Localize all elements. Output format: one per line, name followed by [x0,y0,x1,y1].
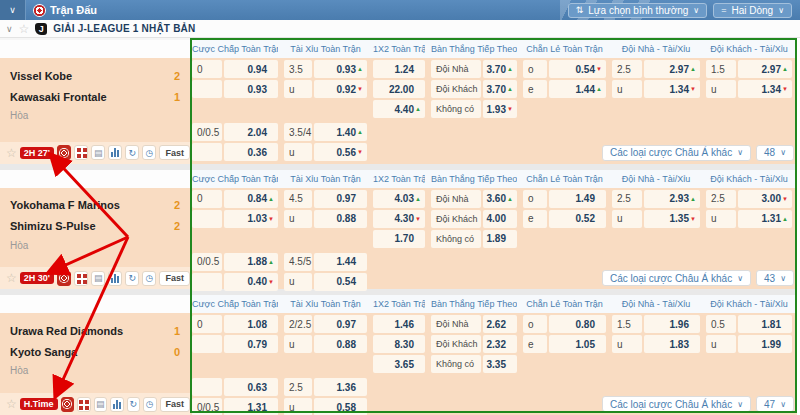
odds-cell[interactable]: 1.49 [549,190,606,208]
odds-cell[interactable]: 0.97 [314,315,367,333]
stats-chart-icon[interactable] [108,271,122,286]
odds-cell[interactable]: 22.00 [373,80,425,98]
odds-cell[interactable]: 0.40 [224,273,278,291]
refresh-icon[interactable]: ↻ [127,397,140,412]
odds-cell[interactable]: 2.97 [644,60,700,78]
odds-cell[interactable]: 4.40 [373,100,425,118]
bet-grid-icon[interactable] [77,397,90,412]
page-title: Trận Đấu [50,4,97,16]
lines-mode-button[interactable]: = Hai Dòng ∨ [713,3,792,18]
odds-cell[interactable]: 0.97 [314,190,367,208]
ou-line: u [284,273,312,291]
odds-cell[interactable]: 3.35 [483,355,517,373]
live-ball-icon[interactable] [57,145,71,160]
odds-cell[interactable]: 3.60 [483,190,517,208]
odds-cell[interactable]: 1.03 [224,210,278,228]
odds-cell[interactable]: 1.34 [738,80,792,98]
bet-count-dropdown[interactable]: 43 ∨ [756,270,794,286]
odds-cell[interactable]: 0.36 [224,143,278,161]
odds-cell[interactable]: 8.30 [373,335,425,353]
odds-cell[interactable]: 1.40 [314,123,367,141]
odds-cell[interactable]: 1.08 [224,315,278,333]
odds-cell[interactable]: 1.34 [644,80,700,98]
odds-cell[interactable]: 1.05 [549,335,606,353]
odds-cell[interactable]: 3.70 [483,60,517,78]
stats-chart-icon[interactable] [108,145,122,160]
view-options-button[interactable]: ⇅ Lựa chọn bình thường ∨ [568,3,707,18]
trend-icon [690,86,697,92]
clock-icon[interactable]: ◷ [143,397,156,412]
lineup-icon[interactable]: ▤ [91,271,105,286]
odds-cell[interactable]: 1.96 [644,315,700,333]
odds-cell[interactable]: 0.79 [224,335,278,353]
favorite-star-icon[interactable]: ☆ [6,147,17,159]
league-favorite-star-icon[interactable]: ☆ [19,23,30,35]
favorite-star-icon[interactable]: ☆ [6,398,17,410]
odds-cell[interactable]: 1.70 [373,230,425,248]
odds-cell[interactable]: 3.00 [738,190,792,208]
favorite-star-icon[interactable]: ☆ [6,272,17,284]
refresh-icon[interactable]: ↻ [125,271,139,286]
odds-cell[interactable]: 4.03 [373,190,425,208]
refresh-icon[interactable]: ↻ [125,145,139,160]
lineup-icon[interactable]: ▤ [94,397,107,412]
odds-cell[interactable]: 0.84 [224,190,278,208]
match-section: Cược Chấp Toàn Trận Tài Xỉu Toàn Trận 1X… [0,289,797,415]
odds-cell[interactable]: 1.31 [738,210,792,228]
lineup-icon[interactable]: ▤ [91,145,105,160]
odds-cell[interactable]: 0.54 [549,60,606,78]
odds-cell[interactable]: 0.56 [314,143,367,161]
odds-cell[interactable]: 1.99 [738,335,792,353]
collapse-league-chevron-icon[interactable]: ∨ [6,24,13,34]
fast-bet-button[interactable]: Fast [159,271,190,286]
odds-cell[interactable]: 4.00 [483,210,517,228]
odds-cell[interactable]: 1.24 [373,60,425,78]
odds-cell[interactable]: 0.94 [224,60,278,78]
more-asian-bets-button[interactable]: Các loại cược Châu Á khác ∨ [602,396,751,412]
odds-cell[interactable]: 0.54 [314,273,367,291]
bet-count-dropdown[interactable]: 47 ∨ [756,396,794,412]
fast-bet-button[interactable]: Fast [160,397,191,412]
odds-cell[interactable]: 1.89 [483,230,517,248]
odds-cell[interactable]: 2.97 [738,60,792,78]
live-ball-icon[interactable] [57,271,71,286]
odds-cell[interactable]: 2.93 [644,190,700,208]
odds-cell[interactable]: 0.52 [549,210,606,228]
clock-icon[interactable]: ◷ [142,271,156,286]
odds-cell[interactable]: 1.44 [314,253,367,271]
more-asian-bets-button[interactable]: Các loại cược Châu Á khác ∨ [602,270,751,286]
bet-count-dropdown[interactable]: 48 ∨ [756,145,794,161]
odds-cell[interactable]: 0.88 [314,335,367,353]
chevron-down-icon: ∨ [737,274,743,283]
odds-cell[interactable]: 1.44 [549,80,606,98]
odds-cell[interactable]: 2.04 [224,123,278,141]
odds-cell[interactable]: 4.30 [373,210,425,228]
odds-cell[interactable]: 0.58 [314,398,367,415]
odds-cell[interactable]: 2.62 [483,315,517,333]
odds-cell[interactable]: 1.36 [314,378,367,396]
odds-cell[interactable]: 0.63 [224,378,278,396]
stats-chart-icon[interactable] [110,397,123,412]
odds-cell[interactable]: 1.35 [644,210,700,228]
odds-cell[interactable]: 0.93 [314,60,367,78]
odds-cell[interactable]: 1.83 [644,335,700,353]
collapse-matches-chevron-icon[interactable]: ∨ [0,0,26,20]
bet-grid-icon[interactable] [74,271,88,286]
more-asian-bets-button[interactable]: Các loại cược Châu Á khác ∨ [602,145,751,161]
odds-cell[interactable]: 1.88 [224,253,278,271]
odds-cell[interactable]: 0.92 [314,80,367,98]
odds-cell[interactable]: 1.81 [738,315,792,333]
bet-grid-icon[interactable] [74,145,88,160]
odds-cell[interactable]: 2.32 [483,335,517,353]
odds-cell[interactable]: 0.80 [549,315,606,333]
odds-cell[interactable]: 0.93 [224,80,278,98]
clock-icon[interactable]: ◷ [142,145,156,160]
live-ball-icon[interactable] [61,397,74,412]
odds-cell[interactable]: 1.31 [224,398,278,415]
fast-bet-button[interactable]: Fast [159,145,190,160]
odds-cell[interactable]: 1.46 [373,315,425,333]
odds-cell[interactable]: 0.88 [314,210,367,228]
odds-cell[interactable]: 1.93 [483,100,517,118]
odds-cell[interactable]: 3.70 [483,80,517,98]
odds-cell[interactable]: 3.65 [373,355,425,373]
